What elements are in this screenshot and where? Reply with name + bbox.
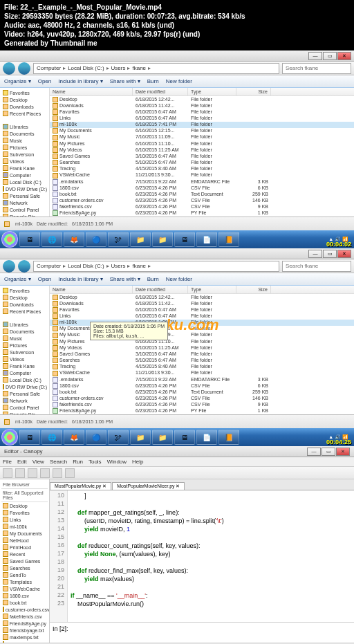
file-row[interactable]: book.txt6/23/2015 4:26 PMText Document25… xyxy=(50,389,354,395)
close-button[interactable]: ✕ xyxy=(337,250,351,258)
tree-item[interactable]: customer-orders.csv xyxy=(1,606,48,613)
file-row[interactable]: Favorites6/10/2015 6:47 AMFile folder xyxy=(50,306,354,313)
include-button[interactable]: Include in library ▾ xyxy=(58,276,102,282)
file-row[interactable]: Links6/10/2015 6:47 AMFile folder xyxy=(50,115,354,121)
tree-item[interactable]: Downloads xyxy=(1,103,48,110)
tree-item[interactable]: Videos xyxy=(1,356,48,362)
file-row[interactable]: fakefriends.csv6/23/2015 4:26 PMCSV File… xyxy=(50,204,354,210)
tree-item[interactable]: Recent Places xyxy=(1,110,48,117)
open-button[interactable]: Open xyxy=(38,78,52,84)
tree-item[interactable]: Computer xyxy=(1,369,48,376)
col-name[interactable]: Name xyxy=(50,88,133,95)
forward-button[interactable] xyxy=(18,260,30,273)
newfolder-button[interactable]: New folder xyxy=(166,276,192,282)
toolbar-icon[interactable] xyxy=(65,468,75,478)
tree-item[interactable]: Local Disk (C:) xyxy=(1,376,48,383)
tree-item[interactable]: Control Panel xyxy=(1,404,48,411)
tree-item[interactable]: Recycle Bin xyxy=(1,411,48,414)
file-row[interactable]: book.txt6/23/2015 4:26 PMText Document25… xyxy=(50,191,354,197)
file-row[interactable]: Tracing4/15/2015 8:40 AMFile folder xyxy=(50,364,354,370)
maximize-button[interactable]: ▭ xyxy=(322,448,335,456)
tree-item[interactable]: Personal Safe xyxy=(1,192,48,199)
file-list[interactable]: Name Date modified Type Size Desktop6/18… xyxy=(50,286,354,414)
tree-item[interactable]: fakefriends.csv xyxy=(1,613,48,620)
tree-item[interactable]: Libraries xyxy=(1,321,48,328)
tree-item[interactable]: Desktop xyxy=(1,96,48,103)
tree-item[interactable]: Computer xyxy=(1,172,48,178)
tree-item[interactable]: Desktop xyxy=(1,294,48,301)
bc-0[interactable]: Computer xyxy=(37,65,61,71)
taskbar-app[interactable]: 🔵 xyxy=(86,430,106,445)
ipython-console[interactable]: In [2]: xyxy=(50,622,354,643)
tree-item[interactable]: Frank Kane xyxy=(1,165,48,172)
file-row[interactable]: My Documents6/16/2015 12:15...File folde… xyxy=(50,128,354,134)
file-filter[interactable]: filter: All Supported Files xyxy=(1,489,48,502)
start-button[interactable] xyxy=(1,231,18,248)
tree-item[interactable]: NetHood xyxy=(1,537,48,544)
share-button[interactable]: Share with ▾ xyxy=(110,276,140,282)
taskbar-app[interactable]: 🕊 xyxy=(108,430,129,445)
tree-item[interactable]: Videos xyxy=(1,158,48,165)
file-list[interactable]: Name Date modified Type Size Desktop6/18… xyxy=(50,88,354,217)
toolbar-icon[interactable] xyxy=(40,468,50,478)
tree-item[interactable]: ml-100k xyxy=(1,523,48,530)
editor-tab[interactable]: MostPopularMovieNicer.py ✕ xyxy=(112,482,185,490)
file-row[interactable]: Links6/10/2015 6:47 AMFile folder xyxy=(50,313,354,319)
newfolder-button[interactable]: New folder xyxy=(166,78,192,84)
minimize-button[interactable]: — xyxy=(307,448,321,456)
file-row[interactable]: My Pictures6/16/2015 11:10...File folder xyxy=(50,140,354,147)
file-row[interactable]: ml-100k6/18/2015 7:41 PMFile folder xyxy=(50,122,354,128)
taskbar-app[interactable]: 🖥 xyxy=(19,232,40,247)
taskbar-2[interactable]: 🖥🌐🦊🔵🕊📁📁🖥📄📙 ▲ 🔊 📶 00:04:25 xyxy=(0,428,354,446)
taskbar-app[interactable]: 🦊 xyxy=(64,430,84,445)
menu-view[interactable]: View xyxy=(32,459,44,465)
nav-tree[interactable]: FavoritesDesktopDownloadsRecent Places L… xyxy=(0,88,50,217)
tree-item[interactable]: PrintHood xyxy=(1,544,48,551)
nav-tree[interactable]: FavoritesDesktopDownloadsRecent Places L… xyxy=(0,286,50,414)
taskbar-app[interactable]: 🌐 xyxy=(41,430,62,445)
organize-button[interactable]: Organize ▾ xyxy=(4,276,31,282)
tree-item[interactable]: Music xyxy=(1,335,48,342)
search-input[interactable] xyxy=(282,63,351,74)
tree-item[interactable]: Recent xyxy=(1,551,48,558)
menu-tools[interactable]: Tools xyxy=(88,459,102,465)
taskbar-app[interactable]: 🖥 xyxy=(19,430,40,445)
file-row[interactable]: Desktop6/18/2015 12:42...File folder xyxy=(50,96,354,102)
tree-item[interactable]: FriendsByAge.py xyxy=(1,620,48,627)
tree-item[interactable]: Recycle Bin xyxy=(1,213,48,217)
taskbar-app[interactable]: 🔵 xyxy=(86,232,106,247)
file-row[interactable]: VSWebCache11/21/2013 9:30...File folder xyxy=(50,172,354,178)
editor-toolbar[interactable] xyxy=(0,467,354,479)
file-row[interactable]: Favorites6/10/2015 6:47 AMFile folder xyxy=(50,109,354,115)
file-row[interactable]: Downloads6/18/2015 11:42...File folder xyxy=(50,102,354,109)
maximize-button[interactable]: ▭ xyxy=(323,250,337,258)
forward-button[interactable] xyxy=(18,62,30,75)
bc-3[interactable]: fkane xyxy=(132,65,146,71)
tree-item[interactable]: Documents xyxy=(1,328,48,335)
tree-item[interactable]: Favorites xyxy=(1,89,48,96)
file-row[interactable]: Searches5/10/2015 6:47 AMFile folder xyxy=(50,358,354,364)
file-row[interactable]: .emdatarks7/15/2013 9:22 AMEMDATARKC Fil… xyxy=(50,178,354,185)
file-row[interactable]: Saved Games3/10/2015 6:47 AMFile folder xyxy=(50,351,354,357)
tree-item[interactable] xyxy=(1,315,48,321)
tree-item[interactable]: My Documents xyxy=(1,530,48,537)
file-row[interactable]: My Videos6/10/2015 11:25 AMFile folder xyxy=(50,344,354,351)
breadcrumb[interactable]: Computer▸ Local Disk (C:)▸ Users▸ fkane▸ xyxy=(33,261,279,272)
share-button[interactable]: Share with ▾ xyxy=(110,78,140,84)
open-button[interactable]: Open xyxy=(38,276,52,282)
taskbar-app[interactable]: 🖥 xyxy=(174,430,195,445)
tree-item[interactable]: Pictures xyxy=(1,144,48,151)
menu-window[interactable]: Window xyxy=(107,459,127,465)
tree-item[interactable]: Network xyxy=(1,397,48,404)
file-row[interactable]: fakefriends.csv6/23/2015 4:26 PMCSV File… xyxy=(50,402,354,408)
tree-item[interactable]: VSWebCache xyxy=(1,585,48,592)
tree-item[interactable]: Control Panel xyxy=(1,206,48,213)
taskbar-app[interactable]: 📙 xyxy=(218,430,239,445)
tree-item[interactable]: maxtemps.txt xyxy=(1,634,48,641)
bc-1[interactable]: Local Disk (C:) xyxy=(68,65,104,71)
minimize-button[interactable]: — xyxy=(308,52,322,60)
toolbar-icon[interactable] xyxy=(53,468,62,478)
tree-item[interactable]: Documents xyxy=(1,130,48,137)
tree-item[interactable]: Links xyxy=(1,516,48,523)
file-row[interactable]: Saved Games3/10/2015 6:47 AMFile folder xyxy=(50,153,354,159)
